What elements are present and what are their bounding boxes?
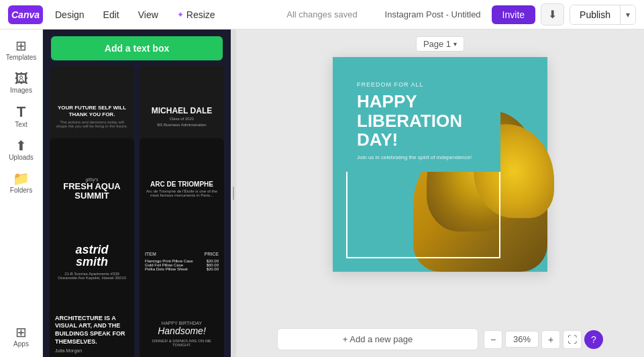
page-label-chevron: ▾ xyxy=(453,40,457,48)
card-content: HAPPY BIRTHDAY Handsome! DINNER & DRINKS… xyxy=(140,283,224,357)
apps-icon: ⊞ xyxy=(15,325,27,339)
folders-icon: 📁 xyxy=(13,172,30,185)
card-label: HAPPY BIRTHDAY xyxy=(162,321,202,325)
canvas-content-box: FREEDOM FOR ALL HAPPY LIBERATION DAY! Jo… xyxy=(346,70,500,172)
download-button[interactable]: ⬇ xyxy=(541,3,564,26)
zoom-out-button[interactable]: − xyxy=(484,330,502,349)
text-label: Text xyxy=(15,121,27,128)
card-title: ARC DE TRIOMPHE xyxy=(150,181,213,188)
card-sub: DINNER & DRINKS ARE ON ME TONIGHT. xyxy=(145,339,219,347)
templates-label: Templates xyxy=(6,54,37,61)
card-sub2: BS Business Administration xyxy=(157,123,206,127)
images-icon: 🖼 xyxy=(15,72,28,85)
col-price: PRICE xyxy=(205,252,219,256)
page-label-bar: Page 1 ▾ xyxy=(416,30,464,57)
card-name: MICHAEL DALE xyxy=(152,107,212,115)
fullscreen-button[interactable]: ⛶ xyxy=(563,330,582,349)
canva-logo-text: Canva xyxy=(11,9,40,20)
card-author: Julia Morgan xyxy=(55,348,82,353)
edit-menu[interactable]: Edit xyxy=(97,7,126,23)
canvas-wrapper[interactable]: FREEDOM FOR ALL HAPPY LIBERATION DAY! Jo… xyxy=(333,57,547,272)
canvas-freedom-text: FREEDOM FOR ALL xyxy=(357,81,490,88)
template-panel: Add a text box YOUR FUTURE SELF WILL THA… xyxy=(43,30,231,357)
invite-button[interactable]: Invite xyxy=(492,5,535,24)
uploads-icon: ⬆ xyxy=(15,139,27,152)
main-layout: ⊞ Templates 🖼 Images T Text ⬆ Uploads 📁 … xyxy=(0,30,644,357)
list-row-3: Polka Dots Pillow Sheet $20.00 xyxy=(145,267,219,271)
add-textbox-button[interactable]: Add a text box xyxy=(51,36,223,60)
view-menu[interactable]: View xyxy=(131,7,165,23)
panel-resize-handle[interactable] xyxy=(231,30,236,357)
topbar: Canva Design Edit View ✦ Resize All chan… xyxy=(0,0,644,30)
bottom-bar: + Add a new page − 36% + ⛶ ? xyxy=(236,328,644,350)
card-title1: FRESH AQUA xyxy=(63,182,120,191)
canvas-area: Page 1 ▾ FREEDOM FOR ALL HAPPY LIBERATIO… xyxy=(236,30,644,357)
card-content: ARCHITECTURE IS A VISUAL ART, AND THE BU… xyxy=(50,283,134,357)
save-status: All changes saved xyxy=(286,9,358,19)
resize-menu[interactable]: ✦ Resize xyxy=(170,7,222,23)
top-right-actions: Instagram Post - Untitled Invite ⬇ Publi… xyxy=(385,3,636,26)
item-price-3: $20.00 xyxy=(207,267,219,271)
col-item: ITEM xyxy=(145,252,156,256)
doc-title-label: Instagram Post - Untitled xyxy=(385,9,481,19)
icon-sidebar: ⊞ Templates 🖼 Images T Text ⬆ Uploads 📁 … xyxy=(0,30,43,357)
sidebar-item-apps[interactable]: ⊞ Apps xyxy=(4,321,39,352)
item-name-3: Polka Dots Pillow Sheet xyxy=(145,267,188,271)
zoom-level-display: 36% xyxy=(505,331,539,348)
publish-dropdown-arrow[interactable]: ▾ xyxy=(620,5,635,24)
list-header: ITEM PRICE xyxy=(145,252,219,256)
template-card-architecture[interactable]: ARCHITECTURE IS A VISUAL ART, AND THE BU… xyxy=(50,283,134,357)
page-label-text: Page 1 xyxy=(423,39,451,49)
page-label[interactable]: Page 1 ▾ xyxy=(416,36,464,52)
add-page-button[interactable]: + Add a new page xyxy=(277,328,478,350)
text-icon: T xyxy=(17,105,25,119)
card-sub: Arc de Triomphe de l'Étoile is one of th… xyxy=(145,189,219,197)
canvas-join-text: Join us in celebrating the spirit of ind… xyxy=(357,154,490,161)
card-headline: YOUR FUTURE SELF WILL THANK YOU FOR. xyxy=(55,105,129,117)
help-button[interactable]: ? xyxy=(584,330,603,349)
zoom-controls: − 36% + ⛶ ? xyxy=(484,330,603,349)
folders-label: Folders xyxy=(10,187,32,194)
card-sub1: Class of 2021 xyxy=(170,117,195,121)
resize-label: Resize xyxy=(186,9,215,20)
zoom-in-button[interactable]: + xyxy=(541,330,560,349)
canva-logo[interactable]: Canva xyxy=(8,5,43,24)
card-body: The actions and decisions today will sha… xyxy=(55,120,129,128)
sidebar-item-images[interactable]: 🖼 Images xyxy=(4,68,39,98)
card-title2: SUMMIT xyxy=(74,191,109,201)
template-card-handsome[interactable]: HAPPY BIRTHDAY Handsome! DINNER & DRINKS… xyxy=(140,283,224,357)
canvas-main-heading: HAPPY LIBERATION DAY! xyxy=(357,92,490,150)
templates-icon: ⊞ xyxy=(15,39,27,52)
apps-label: Apps xyxy=(13,340,29,348)
uploads-label: Uploads xyxy=(9,154,34,161)
publish-button-group: Publish ▾ xyxy=(570,5,636,25)
sidebar-item-uploads[interactable]: ⬆ Uploads xyxy=(4,135,39,165)
sidebar-item-text[interactable]: T Text xyxy=(4,101,39,132)
design-menu[interactable]: Design xyxy=(48,7,91,23)
images-label: Images xyxy=(10,87,32,94)
card-address: 21-B Sunrise Apartments #339 Oceanside A… xyxy=(55,272,129,280)
resize-icon: ✦ xyxy=(177,10,184,19)
sidebar-item-templates[interactable]: ⊞ Templates xyxy=(4,35,39,65)
card-name1: astrid xyxy=(75,244,108,256)
card-title: Handsome! xyxy=(158,325,206,336)
sidebar-item-folders[interactable]: 📁 Folders xyxy=(4,168,39,198)
card-name2: smith xyxy=(76,256,108,268)
card-text: ARCHITECTURE IS A VISUAL ART, AND THE BU… xyxy=(55,315,129,346)
templates-grid: YOUR FUTURE SELF WILL THANK YOU FOR. The… xyxy=(43,66,231,357)
publish-button[interactable]: Publish xyxy=(570,5,620,24)
